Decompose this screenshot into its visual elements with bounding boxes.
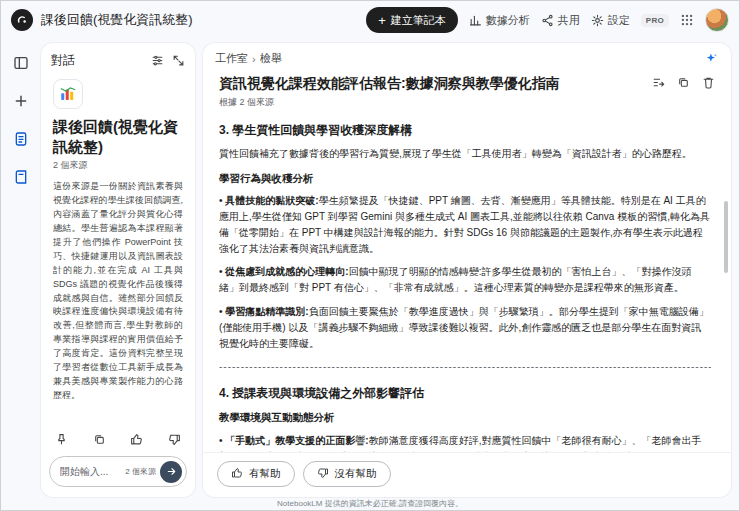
note-sources-count: 根據 2 個來源 xyxy=(203,93,731,113)
create-notebook-label: 建立筆記本 xyxy=(391,13,446,28)
apps-grid-icon[interactable] xyxy=(680,13,694,27)
scrollbar-thumb[interactable] xyxy=(724,201,728,273)
note-title: 資訊視覺化課程效能評估報告:數據洞察與教學優化指南 xyxy=(219,74,642,93)
convert-note-icon[interactable] xyxy=(652,76,665,89)
studio-header: 工作室 › 檢舉 xyxy=(203,43,731,70)
feedback-bar: 有幫助 沒有幫助 xyxy=(203,452,731,497)
section-divider: ----------------------------------------… xyxy=(219,359,711,375)
studio-panel: 工作室 › 檢舉 資訊視覺化課程效能評估報告:數據洞察與教學優化指南 xyxy=(203,43,731,497)
section-3-subheading: 學習行為與收穫分析 xyxy=(219,170,711,187)
share-icon xyxy=(541,14,554,27)
sparkle-icon[interactable] xyxy=(704,51,719,66)
section-4-heading: 4. 授課表現與環境設備之外部影響評估 xyxy=(219,384,711,403)
bullet-item: 具體技能的黏狀突破:學生頻繁提及「快捷鍵、PPT 繪圖、去背、漸變應用」等具體技… xyxy=(219,193,711,256)
pin-icon[interactable] xyxy=(55,433,68,446)
pro-badge: PRO xyxy=(641,14,669,27)
chat-input-bar: 2 個來源 xyxy=(49,456,187,487)
notebook-title: 課後回饋(視覺化資訊統整) xyxy=(41,11,193,29)
thumb-up-icon xyxy=(231,467,243,481)
breadcrumb-chevron-icon: › xyxy=(252,53,256,65)
chat-panel-header: 對話 xyxy=(41,43,195,75)
thumb-down-icon xyxy=(317,467,329,481)
share-button[interactable]: 共用 xyxy=(541,13,580,28)
create-notebook-button[interactable]: + 建立筆記本 xyxy=(366,7,458,33)
share-label: 共用 xyxy=(558,13,580,28)
topbar-left: 課後回饋(視覺化資訊統整) xyxy=(11,9,358,31)
thumb-up-icon[interactable] xyxy=(130,433,143,446)
bullet-item: 從焦慮到成就感的心理轉向:回饋中顯現了明顯的情感轉變:許多學生從最初的「害怕上台… xyxy=(219,264,711,296)
collapse-panel-icon[interactable] xyxy=(9,51,33,75)
not-helpful-label: 沒有幫助 xyxy=(335,467,377,481)
summary-actions xyxy=(41,427,195,452)
bullet-item: 學習痛點精準識別:負面回饋主要聚焦於「教學進度過快」與「步驟繁瑣」。部分學生提到… xyxy=(219,304,711,351)
topbar: 課後回饋(視覺化資訊統整) + 建立筆記本 數據分析 xyxy=(1,1,739,39)
notes-doc-icon[interactable] xyxy=(9,165,33,189)
breadcrumb-studio[interactable]: 工作室 xyxy=(215,51,248,66)
breadcrumb-current: 檢舉 xyxy=(260,51,282,66)
copy-note-icon[interactable] xyxy=(677,76,690,89)
left-rail xyxy=(1,43,41,189)
settings-label: 設定 xyxy=(608,13,630,28)
plus-icon: + xyxy=(378,14,386,27)
chat-input-sources-count: 2 個來源 xyxy=(125,466,156,477)
settings-button[interactable]: 設定 xyxy=(591,13,630,28)
note-head: 資訊視覺化課程效能評估報告:數據洞察與教學優化指南 xyxy=(203,70,731,93)
notebook-card-title: 課後回饋(視覺化資訊統整) xyxy=(53,117,183,156)
sources-doc-icon[interactable] xyxy=(9,127,33,151)
helpful-button[interactable]: 有幫助 xyxy=(217,461,295,487)
tune-icon[interactable] xyxy=(151,54,164,67)
notebook-card-sources: 2 個來源 xyxy=(53,159,183,172)
section-3-intro: 質性回饋補充了數據背後的學習行為質變,展現了學生從「工具使用者」轉變為「資訊設計… xyxy=(219,146,711,162)
gear-icon xyxy=(591,14,604,27)
bullet-item: 「手動式」教學支援的正面影響:教師滿意度獲得高度好評,對應質性回饋中「老師很有耐… xyxy=(219,433,711,452)
analytics-label: 數據分析 xyxy=(486,13,530,28)
chat-panel-title: 對話 xyxy=(51,52,143,69)
section-4-subheading: 教學環境與互動動態分析 xyxy=(219,409,711,426)
copy-icon[interactable] xyxy=(93,433,106,446)
add-icon[interactable] xyxy=(9,89,33,113)
expand-icon[interactable] xyxy=(172,54,185,67)
helpful-label: 有幫助 xyxy=(249,467,281,481)
disclaimer-text: NotebookLM 提供的資訊未必正確,請查證回覆內容。 xyxy=(1,498,739,509)
analytics-icon xyxy=(469,14,482,27)
notebook-overview-card: 課後回饋(視覺化資訊統整) 2 個來源 這份來源是一份關於資訊素養與視覺化課程的… xyxy=(41,75,195,427)
note-body[interactable]: 3. 學生質性回饋與學習收穫深度解構 質性回饋補充了數據背後的學習行為質變,展現… xyxy=(203,113,731,452)
notebook-summary-text: 這份來源是一份關於資訊素養與視覺化課程的學生課後回饋調查,內容涵蓋了量化評分與質… xyxy=(53,180,183,427)
delete-note-icon[interactable] xyxy=(702,76,715,89)
topbar-right: + 建立筆記本 數據分析 共用 xyxy=(366,7,729,33)
chat-input[interactable] xyxy=(60,466,121,477)
user-avatar[interactable] xyxy=(705,8,729,32)
note-actions xyxy=(652,74,715,89)
notebooklm-logo[interactable] xyxy=(11,9,33,31)
thumb-down-icon[interactable] xyxy=(168,433,181,446)
notebook-cover-chart-icon xyxy=(53,79,83,109)
analytics-button[interactable]: 數據分析 xyxy=(469,13,530,28)
chat-panel: 對話 課後回饋(視覺化資訊統整) xyxy=(41,43,195,497)
notebooklm-app: 課後回饋(視覺化資訊統整) + 建立筆記本 數據分析 xyxy=(0,0,740,511)
section-3-heading: 3. 學生質性回饋與學習收穫深度解構 xyxy=(219,121,711,140)
not-helpful-button[interactable]: 沒有幫助 xyxy=(303,461,391,487)
send-button[interactable] xyxy=(160,461,182,483)
logo-swirl-icon xyxy=(15,13,29,27)
